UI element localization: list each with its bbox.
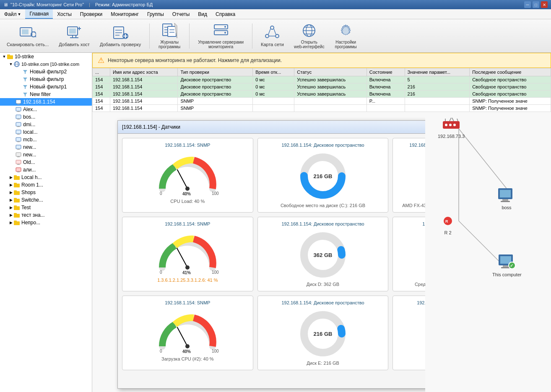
menu-checks[interactable]: Проверки <box>76 9 107 19</box>
sidebar-host-bos[interactable]: bos... <box>0 113 92 121</box>
svg-rect-50 <box>17 104 20 104</box>
network-map-button[interactable]: Карта сети <box>257 23 287 49</box>
sidebar-group-shops[interactable]: ▶ Shops <box>0 189 92 196</box>
svg-rect-53 <box>16 115 21 119</box>
svg-point-31 <box>270 26 274 29</box>
map-item-boss[interactable]: boss <box>496 187 517 210</box>
journals-icon <box>161 23 178 38</box>
svg-text:100: 100 <box>212 349 219 353</box>
map-item-router1[interactable]: 192.168.73.3 <box>438 116 465 139</box>
map-item-router1-label: 192.168.73.3 <box>438 134 465 139</box>
scan-label: Сканировать сеть... <box>7 42 49 47</box>
svg-rect-57 <box>16 130 21 134</box>
map-item-this-computer[interactable]: ✓ This computer <box>492 254 522 277</box>
sidebar-group-unpro[interactable]: ▶ Непро... <box>0 219 92 226</box>
menu-help[interactable]: Справка <box>211 9 239 19</box>
group-test2-label: тест зна... <box>21 212 45 218</box>
folder-icon-2 <box>13 174 20 180</box>
sidebar-host-new2[interactable]: new... <box>0 151 92 158</box>
computer-icon-4 <box>15 122 22 127</box>
sidebar-filter-2[interactable]: Новый фильтр <box>0 75 92 83</box>
group-test-label: Test <box>21 205 31 210</box>
menu-groups[interactable]: Группы <box>143 9 168 19</box>
sidebar-host-ip[interactable]: 192.168.1.154 <box>0 98 92 106</box>
sidebar-group-switches[interactable]: ▶ Switche... <box>0 196 92 204</box>
svg-text:100: 100 <box>212 191 219 196</box>
host-old-label: Old... <box>23 159 35 165</box>
menu-reports[interactable]: Отчеты <box>168 9 194 19</box>
minimize-button[interactable]: ─ <box>524 1 531 8</box>
svg-rect-60 <box>17 141 20 142</box>
menu-view[interactable]: Вид <box>194 9 211 19</box>
donut-c: 216 GB <box>298 151 348 201</box>
menu-file[interactable]: Файл ▼ <box>0 9 25 19</box>
close-button[interactable]: ✕ <box>541 1 548 8</box>
folder-icon-4 <box>13 190 20 195</box>
add-check-label: Добавить проверку <box>100 42 141 47</box>
sidebar-host-ali[interactable]: али... <box>0 166 92 174</box>
sidebar-group-room[interactable]: ▶ Room 1... <box>0 181 92 189</box>
sidebar-host-alex[interactable]: Alex... <box>0 106 92 113</box>
journals-button[interactable]: Журналы программы <box>155 21 184 51</box>
svg-text:40%: 40% <box>182 349 191 354</box>
map-item-router2-label: R 2 <box>444 230 451 235</box>
col-num: ... <box>93 68 110 76</box>
settings-icon <box>338 23 354 38</box>
host-ip-label: 192.168.1.154 <box>23 99 55 105</box>
group-unpro-label: Непро... <box>21 220 40 226</box>
table-row[interactable]: 154 192.168.1.154 Дисковое пространство … <box>93 91 551 98</box>
svg-text:0: 0 <box>160 191 162 196</box>
filter-icon <box>22 69 29 75</box>
title-separator: | <box>89 2 90 7</box>
table-row[interactable]: 154 192.168.1.154 SNMP SNMP: Полученное … <box>93 105 551 112</box>
sidebar-host-old[interactable]: Old... <box>0 158 92 166</box>
add-host-button[interactable]: Добавить хост <box>55 23 93 49</box>
svg-rect-66 <box>17 164 20 165</box>
tree-arrow-shops: ▶ <box>8 190 13 195</box>
svg-rect-6 <box>69 29 76 34</box>
sidebar-host-mcb[interactable]: mcb... <box>0 136 92 143</box>
tree-arrow-switches: ▶ <box>8 198 13 202</box>
table-row[interactable]: 154 192.168.1.154 Дисковое пространство … <box>93 76 551 83</box>
manage-servers-button[interactable]: Управление серверами мониторинга <box>195 21 247 51</box>
add-check-button[interactable]: Добавить проверку <box>96 23 144 49</box>
app-mode: Режим: Администратор БД <box>95 2 153 7</box>
table-row[interactable]: 154 192.168.1.154 Дисковое пространство … <box>93 83 551 91</box>
sensor-title-1: 192.168.1.154: SNMP <box>127 143 249 148</box>
svg-rect-119 <box>502 199 508 201</box>
svg-line-83 <box>177 170 187 189</box>
sensor-card-5: 192.168.1.154: Дисковое пространство 362… <box>257 217 389 291</box>
sidebar-host-local[interactable]: local... <box>0 128 92 136</box>
toolbar-sep-1 <box>149 23 150 49</box>
sidebar-domain[interactable]: ▼ 10-strike.com [10-strike.com <box>0 60 92 68</box>
computer-icon-2 <box>15 106 22 112</box>
sidebar-root[interactable]: ▼ 10-strike <box>0 53 92 60</box>
svg-rect-82 <box>14 221 17 222</box>
warning-banner[interactable]: ⚠ Некоторые сервера мониторинга не работ… <box>92 53 551 68</box>
menu-home[interactable]: Главная <box>25 9 53 19</box>
sidebar-host-dmi[interactable]: dmi... <box>0 121 92 128</box>
tree-arrow-domain: ▼ <box>8 62 13 66</box>
menu-hosts[interactable]: Хосты <box>53 9 76 19</box>
sidebar-filter-4[interactable]: New filter <box>0 91 92 98</box>
maximize-button[interactable]: □ <box>533 1 539 8</box>
menu-monitoring[interactable]: Мониторинг <box>107 9 143 19</box>
svg-line-90 <box>177 248 187 267</box>
table-area: ... Имя или адрес хоста Тип проверки Вре… <box>92 68 551 112</box>
sidebar-group-local[interactable]: ▶ Local h... <box>0 174 92 181</box>
table-row[interactable]: 154 192.168.1.154 SNMP Р... SNMP: Получе… <box>93 98 551 105</box>
scan-button[interactable]: Сканировать сеть... <box>3 23 52 49</box>
computer-icon-3 <box>15 114 22 120</box>
web-interface-button[interactable]: Открыть web-интерфейс <box>291 21 328 51</box>
sidebar-group-test2[interactable]: ▶ тест зна... <box>0 211 92 219</box>
sidebar-filter-1[interactable]: Новый фильтр2 <box>0 68 92 75</box>
sidebar-group-test[interactable]: ▶ Test <box>0 204 92 211</box>
sidebar-host-new1[interactable]: new... <box>0 143 92 151</box>
dialog-title-text: [192.168.1.154] - Датчики <box>122 124 180 130</box>
router-icon <box>441 116 461 133</box>
map-item-router2[interactable]: R R 2 <box>438 213 458 235</box>
sidebar-filter-3[interactable]: Новый фильтр1 <box>0 83 92 91</box>
sensor-label-5: Диск D: 362 GB <box>307 282 339 287</box>
settings-button[interactable]: Настройки программы <box>331 21 361 51</box>
sensor-card-8: 192.168.1.154: Дисковое пространство 216… <box>257 296 389 370</box>
